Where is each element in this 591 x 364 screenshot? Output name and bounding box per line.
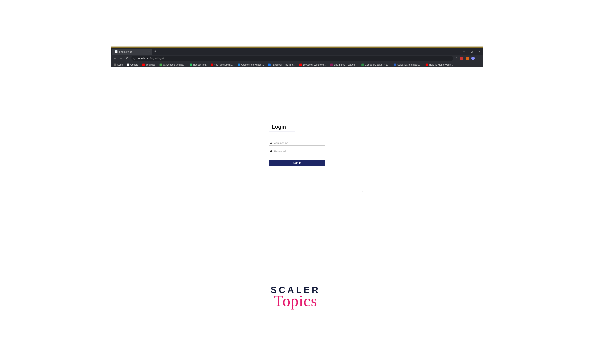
bookmark-star-icon[interactable]: ☆: [455, 56, 458, 60]
bookmark-item[interactable]: Grab online videos…: [238, 63, 264, 66]
reload-button[interactable]: ⟳: [125, 56, 130, 60]
bookmark-label: Google: [130, 63, 138, 66]
password-field: [269, 149, 325, 154]
bookmark-label: JioCinema – Watch…: [334, 63, 357, 66]
bookmark-label: How To Make Webs…: [429, 63, 453, 66]
bookmark-favicon-icon: [361, 64, 364, 66]
mouse-cursor-icon: ⌖: [361, 189, 363, 193]
bookmark-label: Apps: [117, 63, 123, 66]
watermark-line2: Topics: [271, 292, 320, 310]
back-button[interactable]: ←: [113, 57, 117, 60]
bookmark-item[interactable]: Google: [127, 63, 138, 66]
bookmark-item[interactable]: JioCinema – Watch…: [330, 63, 357, 66]
page-content: Login Sign In ⌖: [111, 67, 483, 257]
page-favicon-icon: [115, 50, 118, 53]
toolbar-right: ☆ ⋮: [455, 56, 482, 60]
tab-title: Login Page: [119, 50, 133, 53]
bookmark-item[interactable]: 10 Useful Windows…: [299, 63, 326, 66]
bookmark-label: YouTube: [146, 63, 155, 66]
username-input[interactable]: [274, 142, 325, 144]
bookmark-label: Grab online videos…: [241, 63, 264, 66]
bookmark-favicon-icon: [330, 64, 333, 66]
minimize-button[interactable]: —: [460, 48, 468, 55]
bookmark-item[interactable]: GeeksforGeeks | A c…: [361, 63, 389, 66]
title-underline: [269, 132, 295, 132]
bookmark-favicon-icon: [114, 64, 116, 66]
bookmark-label: W3Schools Online…: [163, 63, 186, 66]
password-input[interactable]: [274, 150, 325, 153]
bookmark-favicon-icon: [299, 64, 302, 66]
bookmark-item[interactable]: YouTube Downl…: [211, 63, 233, 66]
bookmark-favicon-icon: [159, 64, 162, 66]
sign-in-button[interactable]: Sign In: [269, 160, 325, 166]
maximize-button[interactable]: ▢: [468, 48, 475, 55]
bookmark-item[interactable]: HackerRank: [190, 63, 206, 66]
url-input[interactable]: ⓘ localhost/loginPage/: [131, 56, 453, 61]
bookmark-favicon-icon: [127, 64, 129, 66]
bookmark-item[interactable]: Facebook – log in o…: [268, 63, 295, 66]
extension-icon[interactable]: [460, 57, 463, 60]
bookmarks-bar: Apps Google YouTube W3Schools Online… Ha…: [111, 62, 483, 67]
login-form: Login Sign In: [269, 123, 325, 166]
new-tab-button[interactable]: +: [152, 48, 159, 55]
bookmark-item[interactable]: Apps: [114, 63, 123, 66]
bookmark-label: HackerRank: [193, 63, 206, 66]
close-window-button[interactable]: ✕: [475, 48, 483, 55]
bookmark-item[interactable]: W3Schools Online…: [159, 63, 186, 66]
site-info-icon[interactable]: ⓘ: [133, 57, 136, 60]
browser-window: Login Page × + — ▢ ✕ ← → ⟳ ⓘ localhost/l…: [111, 46, 483, 257]
bookmark-favicon-icon: [425, 64, 428, 66]
extension-icon[interactable]: [466, 57, 469, 60]
lock-icon: [270, 150, 272, 153]
svg-rect-1: [270, 151, 272, 152]
bookmark-item[interactable]: How To Make Webs…: [425, 63, 453, 66]
svg-point-0: [271, 142, 272, 143]
profile-avatar-icon[interactable]: [471, 57, 475, 60]
bookmark-label: 10 Useful Windows…: [303, 63, 326, 66]
bookmark-label: ABES-EC Internet S…: [397, 63, 421, 66]
bookmark-favicon-icon: [268, 64, 271, 66]
tab-active[interactable]: Login Page ×: [112, 49, 152, 55]
browser-menu-icon[interactable]: ⋮: [477, 56, 481, 60]
bookmark-item[interactable]: ABES-EC Internet S…: [394, 63, 421, 66]
address-bar: ← → ⟳ ⓘ localhost/loginPage/ ☆ ⋮: [111, 55, 483, 62]
browser-titlebar: Login Page × + — ▢ ✕: [111, 48, 483, 55]
bookmark-label: GeeksforGeeks | A c…: [365, 63, 389, 66]
watermark: SCALER Topics: [271, 285, 320, 310]
user-icon: [270, 142, 272, 144]
bookmark-favicon-icon: [238, 64, 240, 66]
bookmark-favicon-icon: [211, 64, 213, 66]
bookmark-item[interactable]: YouTube: [142, 63, 155, 66]
login-title: Login: [269, 123, 325, 132]
url-host: localhost: [138, 57, 149, 60]
bookmark-favicon-icon: [190, 64, 192, 66]
close-tab-icon[interactable]: ×: [148, 50, 150, 53]
forward-button[interactable]: →: [119, 57, 123, 60]
url-path: /loginPage/: [150, 57, 164, 60]
bookmark-label: YouTube Downl…: [214, 63, 233, 66]
window-controls: — ▢ ✕: [460, 48, 483, 55]
bookmark-label: Facebook – log in o…: [272, 63, 295, 66]
bookmark-favicon-icon: [394, 64, 396, 66]
username-field: [269, 140, 325, 146]
bookmark-favicon-icon: [142, 64, 145, 66]
